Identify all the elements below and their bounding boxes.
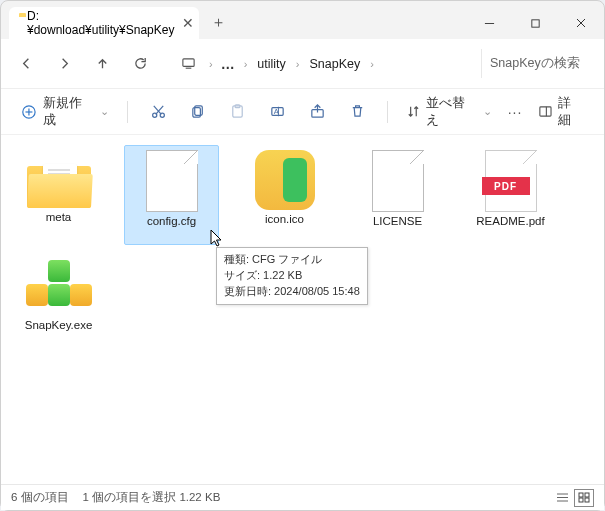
tooltip-date: 更新日時: 2024/08/05 15:48	[224, 284, 360, 300]
svg-rect-27	[585, 493, 589, 497]
sort-button[interactable]: 並べ替え ⌄	[400, 91, 497, 133]
tab-title: D:¥download¥utility¥SnapKey	[27, 9, 174, 37]
close-tab-icon[interactable]: ✕	[182, 15, 194, 31]
details-pane-button[interactable]: 詳細	[532, 91, 590, 133]
back-button[interactable]	[9, 47, 43, 81]
chevron-right-icon: ›	[209, 58, 213, 70]
chevron-right-icon: ›	[244, 58, 248, 70]
refresh-button[interactable]	[123, 47, 157, 81]
file-label: README.pdf	[474, 215, 546, 229]
search-input[interactable]: SnapKeyの検索	[481, 49, 596, 78]
file-label: config.cfg	[145, 215, 198, 229]
more-button[interactable]: ···	[502, 100, 529, 124]
breadcrumb-overflow[interactable]: …	[217, 56, 240, 72]
share-button[interactable]	[300, 96, 336, 128]
close-window-button[interactable]	[558, 7, 604, 39]
tab-current[interactable]: D:¥download¥utility¥SnapKey ✕	[9, 7, 199, 39]
pc-icon[interactable]	[171, 47, 205, 81]
svg-rect-4	[182, 59, 193, 67]
chevron-right-icon: ›	[296, 58, 300, 70]
file-icon	[146, 150, 198, 212]
new-item-label: 新規作成	[43, 95, 95, 129]
svg-rect-29	[585, 498, 589, 502]
svg-rect-1	[531, 19, 538, 26]
titlebar: D:¥download¥utility¥SnapKey ✕ ＋	[1, 1, 604, 39]
command-bar: 新規作成 ⌄ A 並べ替え ⌄ ··· 詳細	[1, 89, 604, 135]
file-pane[interactable]: meta config.cfg icon.ico LICENSE PDF REA…	[1, 135, 604, 484]
sort-label: 並べ替え	[426, 95, 478, 129]
file-label: SnapKey.exe	[23, 319, 95, 333]
rename-button[interactable]: A	[260, 96, 296, 128]
new-tab-button[interactable]: ＋	[203, 7, 233, 37]
file-item-license[interactable]: LICENSE	[350, 145, 445, 245]
breadcrumb-snapkey[interactable]: SnapKey	[304, 53, 367, 75]
status-selection: 1 個の項目を選択 1.22 KB	[83, 490, 221, 505]
details-label: 詳細	[558, 95, 584, 129]
new-item-button[interactable]: 新規作成 ⌄	[15, 91, 115, 133]
svg-rect-26	[579, 493, 583, 497]
file-item-readme[interactable]: PDF README.pdf	[463, 145, 558, 245]
file-item-config[interactable]: config.cfg	[124, 145, 219, 245]
navigation-bar: › … › utility › SnapKey › SnapKeyの検索	[1, 39, 604, 89]
ico-icon	[255, 150, 315, 210]
status-item-count: 6 個の項目	[11, 490, 69, 505]
view-icons-button[interactable]	[574, 489, 594, 507]
svg-rect-28	[579, 498, 583, 502]
pdf-badge: PDF	[482, 177, 530, 195]
maximize-button[interactable]	[512, 7, 558, 39]
tooltip-type: 種類: CFG ファイル	[224, 252, 360, 268]
chevron-down-icon: ⌄	[483, 105, 492, 118]
exe-icon	[28, 260, 90, 316]
up-button[interactable]	[85, 47, 119, 81]
minimize-button[interactable]	[466, 7, 512, 39]
copy-button[interactable]	[180, 96, 216, 128]
file-label: LICENSE	[371, 215, 424, 229]
paste-button[interactable]	[220, 96, 256, 128]
file-label: icon.ico	[263, 213, 306, 227]
file-tooltip: 種類: CFG ファイル サイズ: 1.22 KB 更新日時: 2024/08/…	[216, 247, 368, 305]
folder-icon	[27, 158, 91, 208]
forward-button[interactable]	[47, 47, 81, 81]
delete-button[interactable]	[339, 96, 375, 128]
chevron-right-icon: ›	[370, 58, 374, 70]
chevron-down-icon: ⌄	[100, 105, 109, 118]
breadcrumb-utility[interactable]: utility	[251, 53, 291, 75]
file-label: meta	[44, 211, 74, 225]
file-item-icon[interactable]: icon.ico	[237, 145, 332, 245]
pdf-icon: PDF	[485, 150, 537, 212]
svg-rect-21	[540, 107, 551, 116]
cut-button[interactable]	[140, 96, 176, 128]
status-bar: 6 個の項目 1 個の項目を選択 1.22 KB	[1, 484, 604, 510]
tooltip-size: サイズ: 1.22 KB	[224, 268, 360, 284]
file-item-snapkey[interactable]: SnapKey.exe	[11, 251, 106, 351]
file-item-folder[interactable]: meta	[11, 145, 106, 245]
file-icon	[372, 150, 424, 212]
view-details-button[interactable]	[552, 489, 572, 507]
